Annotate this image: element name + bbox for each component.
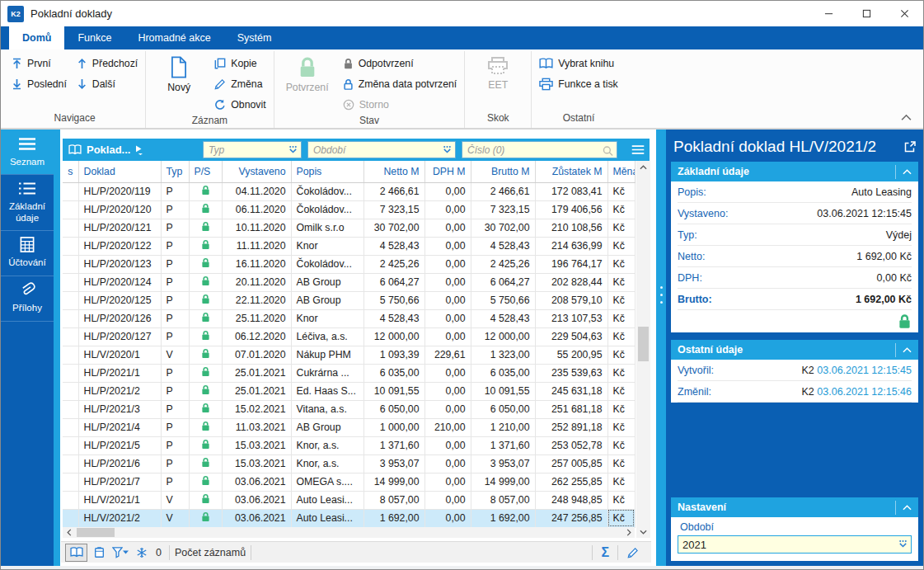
obdobi-input[interactable] <box>678 535 912 554</box>
table-row[interactable]: HL/P/2020/123P16.11.2020Čokoládov...2 42… <box>63 255 635 273</box>
table-row[interactable]: HL/P/2021/5P15.03.2021Knor, a.s.1 371,60… <box>63 436 635 455</box>
eet-button[interactable]: EET <box>472 53 523 91</box>
cell: HL/P/2021/4 <box>78 418 161 436</box>
table-row[interactable]: HL/P/2020/125P22.11.2020AB Group5 750,66… <box>63 291 635 309</box>
table-row[interactable]: HL/P/2020/119P04.11.2020Čokoládov...2 46… <box>63 182 635 200</box>
horizontal-scroll-thumb[interactable] <box>77 528 115 537</box>
sidebar-item-list[interactable]: Základní údaje <box>1 175 54 231</box>
book-label: Poklad... <box>87 144 130 156</box>
table-row[interactable]: HL/P/2021/7P03.06.2021OMEGA s....14 999,… <box>63 473 635 491</box>
filter-button[interactable] <box>110 544 130 561</box>
cell: HL/P/2020/124 <box>78 273 161 291</box>
table-row[interactable]: HL/P/2020/121P10.11.2020Omilk s.r.o30 70… <box>63 219 635 237</box>
section-header-zakladni[interactable]: Základní údaje <box>671 162 918 181</box>
select-book-button[interactable]: Vybrat knihu <box>539 53 617 73</box>
section-header-nastaveni[interactable]: Nastavení <box>671 497 918 517</box>
table-row[interactable]: HL/V/2020/1V07.01.2020Nákup PHM1 093,392… <box>63 346 635 364</box>
table-row[interactable]: HL/P/2020/126P25.11.2020Knor4 528,430,00… <box>63 309 635 327</box>
book-selector[interactable]: Poklad... <box>68 144 203 156</box>
col-header-dph[interactable]: DPH M <box>424 161 471 182</box>
k2-logo-icon: K2 <box>7 6 24 22</box>
table-row[interactable]: HL/P/2021/1P25.01.2021Cukrárna ...6 035,… <box>63 364 635 382</box>
sidebar-splitter[interactable] <box>54 130 60 566</box>
table-row[interactable]: HL/P/2021/3P15.02.2021Vitana, a.s.6 050,… <box>63 400 635 418</box>
freeze-button[interactable] <box>132 544 152 561</box>
vertical-scroll-track[interactable] <box>636 173 650 525</box>
filter-obdobi-input[interactable] <box>307 141 456 158</box>
previous-button[interactable]: Předchozí <box>77 53 138 73</box>
cell: 4 528,43 <box>364 237 424 255</box>
col-header-netto[interactable]: Netto M <box>364 161 424 182</box>
table-row[interactable]: HL/P/2020/124P20.11.2020AB Group6 064,27… <box>63 273 635 291</box>
cell: 10 091,55 <box>364 382 424 400</box>
printer-icon <box>539 78 553 91</box>
quick-edit-button[interactable] <box>623 544 643 561</box>
col-header-ps[interactable]: P/S <box>189 161 222 182</box>
table-row[interactable]: HL/P/2020/127P06.12.2020Léčiva, a.s.12 0… <box>63 327 635 346</box>
menu-icon <box>631 144 645 156</box>
col-header-vystaveno[interactable]: Vystaveno <box>222 161 291 182</box>
functions-print-button[interactable]: Funkce a tisk <box>539 73 617 94</box>
scroll-up-button[interactable] <box>636 161 650 173</box>
preview-splitter[interactable] <box>656 130 666 566</box>
scroll-down-button[interactable] <box>636 525 650 538</box>
sidebar-item-menu[interactable]: Seznam <box>1 130 54 175</box>
unconfirm-button[interactable]: Odpotvrzení <box>343 53 457 73</box>
table-row[interactable]: HL/P/2021/4P11.03.2021AB Group1 000,0021… <box>63 418 635 436</box>
col-header-typ[interactable]: Typ <box>161 161 189 182</box>
open-in-window-icon[interactable] <box>904 141 916 153</box>
col-header-popis[interactable]: Popis <box>291 161 364 182</box>
dropdown-icon[interactable] <box>898 539 908 549</box>
table-row[interactable]: HL/P/2021/2P25.01.2021Ed. Haas S...10 09… <box>63 382 635 400</box>
scroll-left-button[interactable] <box>63 527 75 538</box>
horizontal-scroll-track[interactable] <box>75 527 622 538</box>
card-view-button[interactable] <box>89 544 109 561</box>
first-button[interactable]: První <box>12 53 67 73</box>
table-row[interactable]: HL/V/2021/1V03.06.2021Auto Leasi...8 057… <box>63 491 635 509</box>
sidebar-item-paperclip[interactable]: Přílohy <box>1 276 54 322</box>
vertical-scroll-thumb[interactable] <box>638 327 649 361</box>
dropdown-icon[interactable] <box>443 145 452 154</box>
chevron-up-icon <box>903 505 912 511</box>
tab-systém[interactable]: Systém <box>224 26 285 49</box>
record-count-label[interactable]: Počet záznamů <box>175 547 246 558</box>
cell: P <box>161 418 189 436</box>
table-row[interactable]: HL/V/2021/2V03.06.2021Auto Leasi...1 692… <box>63 509 635 527</box>
dropdown-icon[interactable] <box>288 145 298 154</box>
maximize-button[interactable] <box>847 1 885 26</box>
change-confirm-date-button[interactable]: Změna data potvrzení <box>343 73 457 94</box>
close-button[interactable] <box>885 1 923 26</box>
col-header-s[interactable]: s <box>63 161 78 182</box>
tab-funkce[interactable]: Funkce <box>64 26 124 49</box>
field-value: 0,00 Kč <box>877 272 912 284</box>
table-row[interactable]: HL/P/2020/122P11.11.2020Knor4 528,430,00… <box>63 237 635 255</box>
last-button[interactable]: Poslední <box>12 73 67 94</box>
sidebar-item-calculator[interactable]: Účtování <box>1 231 54 276</box>
copy-button[interactable]: Kopie <box>214 53 265 73</box>
minimize-button[interactable] <box>809 1 847 26</box>
table-row[interactable]: HL/P/2020/120P06.11.2020Čokoládov...7 32… <box>63 200 635 219</box>
preview-panel: Pokladní doklad HL/V/2021/2 Základní úda… <box>666 130 923 566</box>
refresh-button[interactable]: Obnovit <box>214 94 265 115</box>
book-view-button[interactable] <box>65 544 87 562</box>
tab-domů[interactable]: Domů <box>9 26 64 49</box>
new-button[interactable]: Nový <box>153 53 204 93</box>
storno-button[interactable]: Storno <box>343 94 457 115</box>
confirm-button[interactable]: Potvrzení <box>282 53 333 93</box>
filter-cislo-input[interactable] <box>462 141 617 158</box>
sum-button[interactable]: Σ <box>601 545 609 560</box>
section-header-ostatni[interactable]: Ostatní údaje <box>671 340 918 360</box>
ribbon-collapse-button[interactable] <box>901 114 912 121</box>
scroll-right-button[interactable] <box>622 527 635 538</box>
grid-menu-button[interactable] <box>627 140 649 159</box>
col-header-brutto[interactable]: Brutto M <box>471 161 535 182</box>
table-row[interactable]: HL/P/2021/6P15.03.2021Knor, a.s.3 953,07… <box>63 455 635 473</box>
tab-hromadné-akce[interactable]: Hromadné akce <box>124 26 223 49</box>
change-button[interactable]: Změna <box>214 73 265 94</box>
filter-typ-input[interactable] <box>203 141 302 158</box>
col-header-mena[interactable]: Měna <box>607 161 635 182</box>
col-header-doklad[interactable]: Doklad <box>78 161 161 182</box>
search-icon[interactable] <box>603 145 613 157</box>
col-header-zustatek[interactable]: Zůstatek M <box>535 161 607 182</box>
next-button[interactable]: Další <box>77 73 138 94</box>
